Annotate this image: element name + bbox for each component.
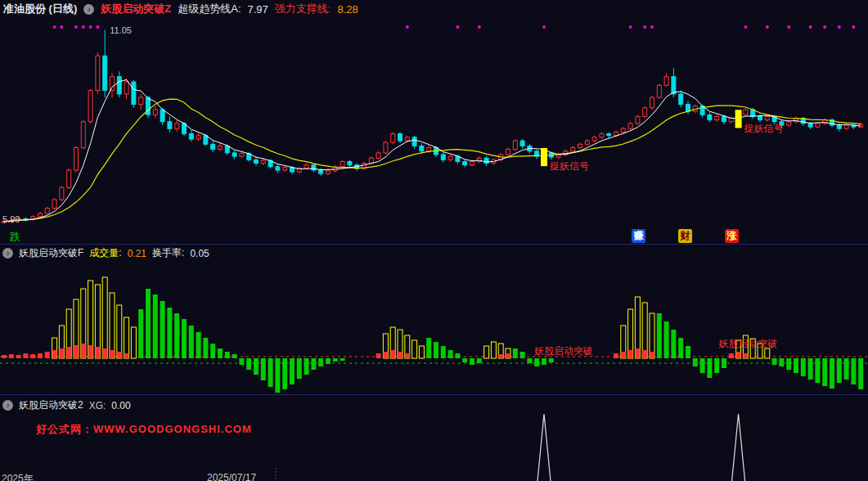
panel2-turnover-value: 0.05 bbox=[190, 248, 209, 259]
axis-date-label: 2025/07/17 bbox=[207, 472, 256, 481]
panel2-volume-value: 0.21 bbox=[128, 248, 146, 259]
metric-supertrend-label: 超级趋势线A: bbox=[178, 2, 241, 16]
svg-text:11.05: 11.05 bbox=[110, 25, 132, 35]
marquee-char: 财 bbox=[678, 229, 692, 243]
panel3-indicator-name: 妖股启动突破2 bbox=[19, 398, 83, 412]
panel2-indicator-name: 妖股启动突破F bbox=[19, 246, 83, 260]
header-bar: 准油股份 (日线) 妖股启动突破Z 超级趋势线A: 7.97 强力支撑线: 8.… bbox=[0, 0, 868, 18]
marquee-char: 赚 bbox=[632, 229, 645, 243]
svg-text:捉妖信号: 捉妖信号 bbox=[744, 123, 784, 134]
svg-text:妖股启动突破: 妖股启动突破 bbox=[719, 338, 778, 349]
metric-supertrend-value: 7.97 bbox=[248, 3, 268, 16]
marquee-right-group: 赚 财 涨 bbox=[632, 229, 739, 243]
axis-year-label: 2025年 bbox=[2, 472, 34, 481]
panel2-collapse-icon[interactable] bbox=[2, 248, 13, 258]
stock-title: 准油股份 (日线) bbox=[3, 2, 77, 16]
panel3-header: 妖股启动突破2 XG: 0.00 bbox=[2, 398, 131, 412]
panel2-volume-label: 成交量: bbox=[89, 246, 121, 260]
panel3-collapse-icon[interactable] bbox=[2, 400, 13, 411]
panel3-xg-value: 0.00 bbox=[111, 400, 130, 411]
marquee-char-left: 跌 bbox=[10, 230, 20, 245]
svg-text:捉妖信号: 捉妖信号 bbox=[549, 160, 589, 172]
panel2-turnover-label: 换手率: bbox=[152, 246, 184, 260]
svg-text:5.90: 5.90 bbox=[2, 214, 20, 224]
panel3-xg-label: XG: bbox=[89, 400, 106, 411]
panel2-header: 妖股启动突破F 成交量: 0.21 换手率: 0.05 bbox=[2, 246, 209, 260]
indicator-collapse-icon[interactable] bbox=[83, 4, 94, 15]
marquee-char: 涨 bbox=[725, 229, 739, 243]
watermark-url: 好公式网：WWW.GOODGONGSHI.COM bbox=[36, 422, 252, 437]
main-indicator-name: 妖股启动突破Z bbox=[101, 2, 171, 16]
metric-support-value: 8.28 bbox=[337, 3, 358, 16]
metric-support-label: 强力支撑线: bbox=[275, 2, 331, 16]
svg-text:妖股启动突破: 妖股启动突破 bbox=[534, 345, 593, 357]
